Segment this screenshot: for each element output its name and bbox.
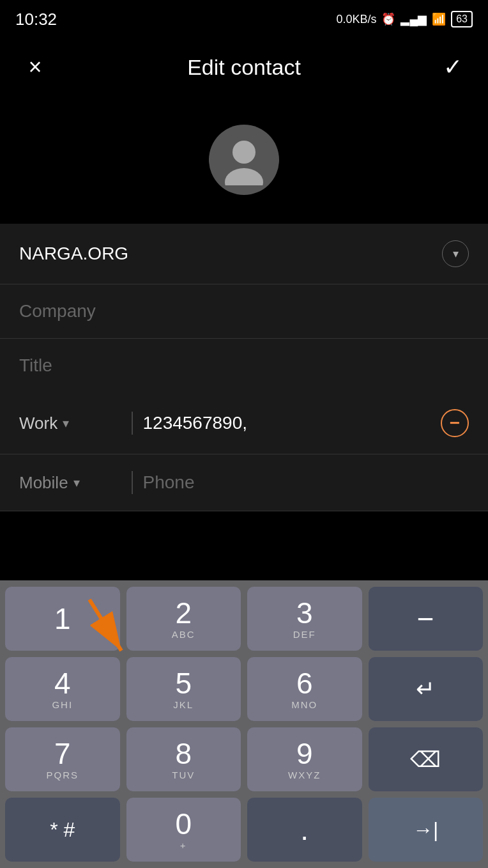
avatar[interactable] [209,125,279,195]
company-input[interactable] [19,301,469,322]
account-row: NARGA.ORG ▾ [0,224,488,284]
mobile-phone-row: Mobile ▾ [0,454,488,511]
svg-point-0 [233,141,255,164]
key-2[interactable]: 2 ABC [126,587,241,651]
alarm-icon: ⏰ [381,12,395,26]
status-icons: 0.0KB/s ⏰ ▂▄▆ 📶 63 [336,11,473,27]
phone-section: Work ▾ − Mobile ▾ [0,392,488,511]
battery-indicator: 63 [451,11,473,27]
key-3[interactable]: 3 DEF [247,587,362,651]
work-phone-input[interactable] [143,413,431,433]
status-bar: 10:32 0.0KB/s ⏰ ▂▄▆ 📶 63 [0,0,488,38]
wifi-icon: 📶 [432,12,446,26]
network-speed: 0.0KB/s [336,13,376,26]
account-dropdown-button[interactable]: ▾ [442,240,469,267]
save-button[interactable]: ✓ [437,54,469,81]
key-star-hash[interactable]: * # [5,798,120,862]
key-4[interactable]: 4 GHI [5,657,120,721]
keyboard-row-3: 7 PQRS 8 TUV 9 WXYZ ⌫ [5,727,483,791]
key-enter[interactable]: ↵ [369,657,484,721]
key-5[interactable]: 5 JKL [126,657,241,721]
key-9[interactable]: 9 WXYZ [247,727,362,791]
title-input[interactable] [19,355,469,376]
key-dash[interactable]: − [369,587,484,651]
svg-point-1 [225,168,263,185]
chevron-down-icon: ▾ [453,247,459,261]
keyboard-row-2: 4 GHI 5 JKL 6 MNO ↵ [5,657,483,721]
phone-keyboard: 1 2 ABC 3 DEF − 4 GHI 5 JKL 6 MNO ↵ [0,580,488,868]
mobile-dropdown-arrow: ▾ [73,475,80,490]
key-backspace[interactable]: ⌫ [369,727,484,791]
status-time: 10:32 [15,10,57,29]
mobile-phone-input[interactable] [143,472,469,493]
page-title: Edit contact [187,55,301,80]
mobile-label[interactable]: Mobile ▾ [19,473,121,493]
work-phone-row: Work ▾ − [0,392,488,454]
work-dropdown-arrow: ▾ [63,415,69,431]
signal-icon: ▂▄▆ [400,12,427,26]
edit-contact-header: × Edit contact ✓ [0,38,488,96]
key-next[interactable]: →| [369,798,484,862]
divider2 [132,471,133,494]
person-icon [218,134,270,185]
form-area: NARGA.ORG ▾ [0,224,488,392]
keyboard-row-1: 1 2 ABC 3 DEF − [5,587,483,651]
remove-phone-button[interactable]: − [441,409,469,437]
title-row [0,339,488,392]
key-7[interactable]: 7 PQRS [5,727,120,791]
work-label-text: Work [19,414,57,433]
key-dot[interactable]: . [247,798,362,862]
key-1[interactable]: 1 [5,587,120,651]
key-0[interactable]: 0 + [126,798,241,862]
divider [132,412,133,435]
keyboard-row-4: * # 0 + . →| [5,798,483,862]
close-button[interactable]: × [19,54,51,81]
key-6[interactable]: 6 MNO [247,657,362,721]
avatar-area[interactable] [0,96,488,224]
key-8[interactable]: 8 TUV [126,727,241,791]
company-row [0,284,488,339]
account-name: NARGA.ORG [19,244,128,264]
minus-icon: − [450,413,460,433]
mobile-label-text: Mobile [19,473,68,493]
work-label[interactable]: Work ▾ [19,414,121,433]
